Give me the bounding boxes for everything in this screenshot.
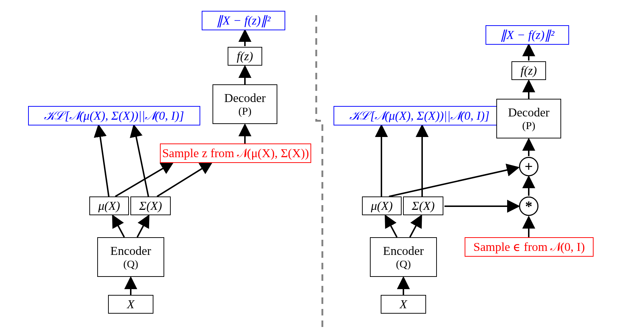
left-mu: μ(X): [89, 196, 129, 215]
left-encoder-sub: (Q): [123, 258, 138, 270]
left-sigma: Σ(X): [130, 196, 171, 215]
right-decoder-sub: (P): [522, 119, 536, 132]
right-encoder: Encoder (Q): [370, 237, 437, 277]
left-encoder-title: Encoder: [110, 244, 151, 258]
svg-line-5: [115, 163, 172, 196]
svg-line-1: [113, 216, 124, 237]
left-input-x: X: [108, 295, 153, 314]
left-kl: 𝒦ℒ[𝒩(μ(X), Σ(X))||𝒩(0, I)]: [28, 106, 200, 125]
right-loss: ‖X − f(z)‖²: [486, 25, 569, 45]
svg-line-3: [99, 126, 109, 196]
right-fz: f(z): [511, 61, 546, 80]
right-sigma: Σ(X): [403, 196, 443, 215]
right-input-x: X: [381, 295, 426, 314]
left-decoder: Decoder (P): [213, 84, 277, 124]
wires: [0, 0, 644, 336]
left-decoder-sub: (P): [238, 105, 252, 118]
svg-line-11: [386, 216, 397, 237]
right-decoder: Decoder (P): [496, 99, 561, 138]
svg-line-6: [157, 163, 211, 196]
left-sample: Sample z from 𝒩(μ(X), Σ(X)): [160, 143, 311, 163]
left-loss: ‖X − f(z)‖²: [202, 11, 285, 30]
right-mul-node: *: [519, 196, 538, 216]
right-decoder-title: Decoder: [508, 105, 549, 119]
right-mu: μ(X): [362, 196, 402, 215]
left-fz: f(z): [228, 47, 262, 66]
svg-line-4: [134, 126, 148, 196]
diagram-stage: X Encoder (Q) μ(X) Σ(X) 𝒦ℒ[𝒩(μ(X), Σ(X))…: [0, 0, 644, 336]
svg-line-12: [410, 216, 421, 237]
right-sample: Sample ϵ from 𝒩(0, I): [465, 237, 594, 257]
svg-line-16: [389, 168, 518, 196]
svg-line-2: [137, 216, 148, 237]
left-encoder: Encoder (Q): [97, 237, 164, 277]
right-add-node: +: [519, 157, 538, 176]
right-kl: 𝒦ℒ[𝒩(μ(X), Σ(X))||𝒩(0, I)]: [334, 106, 506, 125]
left-decoder-title: Decoder: [224, 91, 265, 105]
right-encoder-sub: (Q): [396, 258, 411, 270]
right-encoder-title: Encoder: [383, 244, 424, 258]
